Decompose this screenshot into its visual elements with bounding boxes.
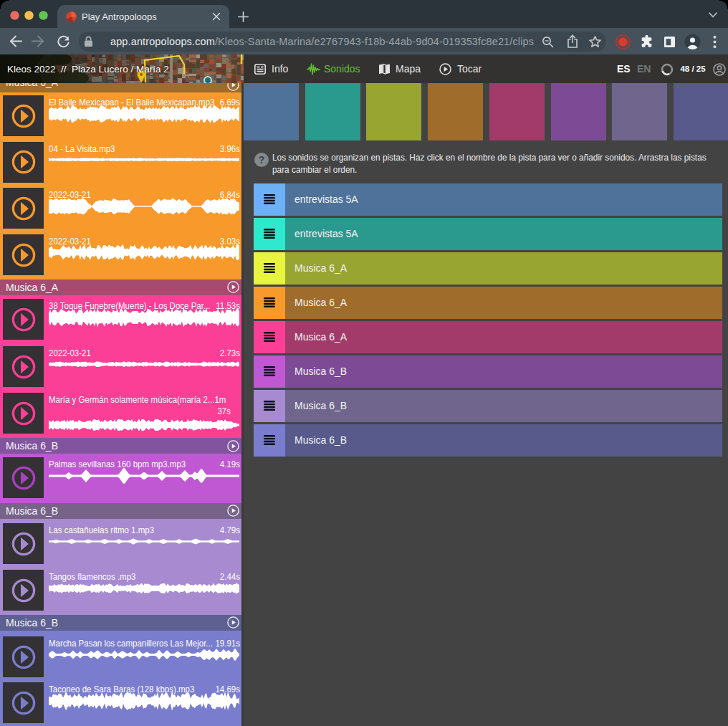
- svg-text:?: ?: [259, 154, 265, 166]
